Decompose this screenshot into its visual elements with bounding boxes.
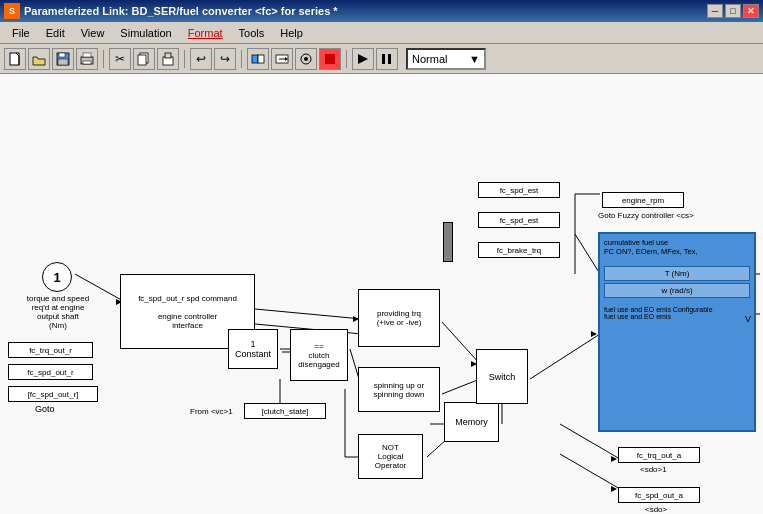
save-button[interactable] — [52, 48, 74, 70]
menu-bar: File Edit View Simulation Format Tools H… — [0, 22, 763, 44]
svg-text:S: S — [9, 6, 15, 16]
pause-button[interactable] — [376, 48, 398, 70]
menu-format[interactable]: Format — [180, 25, 231, 41]
providing-trq-block[interactable]: providing trq(+ive or -ive) — [358, 289, 440, 347]
sdo1-label: <sdo>1 — [640, 465, 667, 474]
svg-point-19 — [304, 57, 308, 61]
fc-spd-est2-block[interactable]: fc_spd_est — [478, 212, 560, 228]
copy-button[interactable] — [133, 48, 155, 70]
torque-label: torque and speedreq'd at engineoutput sh… — [8, 294, 108, 330]
svg-rect-5 — [58, 59, 68, 65]
svg-rect-10 — [138, 55, 146, 65]
svg-rect-12 — [165, 53, 171, 58]
constant-block[interactable]: 1Constant — [228, 329, 278, 369]
svg-line-45 — [560, 454, 620, 489]
toolbar: ✂ ↩ ↪ Normal ▼ — [0, 44, 763, 74]
svg-rect-20 — [325, 54, 335, 64]
goto-label: Goto — [35, 404, 55, 414]
fc-trq-out-a-block[interactable]: fc_trq_out_a — [618, 447, 700, 463]
svg-rect-14 — [258, 55, 264, 63]
svg-rect-8 — [83, 61, 91, 64]
svg-marker-50 — [611, 456, 617, 462]
svg-line-25 — [255, 309, 362, 319]
svg-marker-21 — [358, 54, 368, 64]
menu-file[interactable]: File — [4, 25, 38, 41]
memory-block[interactable]: Memory — [444, 402, 499, 442]
fc-spd-out-r2-block[interactable]: [fc_spd_out_r] — [8, 386, 98, 402]
mux-block-1[interactable] — [443, 222, 453, 262]
svg-rect-23 — [388, 54, 391, 64]
settings-button[interactable] — [295, 48, 317, 70]
undo-button[interactable]: ↩ — [190, 48, 212, 70]
svg-rect-13 — [252, 55, 258, 63]
app-icon: S — [4, 3, 20, 19]
toolbar-separator-3 — [241, 50, 242, 68]
menu-tools[interactable]: Tools — [231, 25, 273, 41]
svg-rect-7 — [83, 53, 91, 57]
engine-rpm-block[interactable]: engine_rpm — [602, 192, 684, 208]
fc-spd-out-a-block[interactable]: fc_spd_out_a — [618, 487, 700, 503]
close-button[interactable]: ✕ — [743, 4, 759, 18]
window-controls: ─ □ ✕ — [707, 4, 759, 18]
paste-button[interactable] — [157, 48, 179, 70]
svg-line-29 — [530, 334, 600, 379]
run-button[interactable] — [352, 48, 374, 70]
svg-line-27 — [442, 322, 480, 364]
svg-marker-49 — [591, 331, 597, 337]
maximize-button[interactable]: □ — [725, 4, 741, 18]
simulation-mode-label: Normal — [412, 53, 469, 65]
switch-block[interactable]: Switch — [476, 349, 528, 404]
fc-spd-est1-block[interactable]: fc_spd_est — [478, 182, 560, 198]
cut-button[interactable]: ✂ — [109, 48, 131, 70]
svg-line-35 — [575, 234, 600, 274]
clutch-state-block[interactable]: [clutch_state] — [244, 403, 326, 419]
print-button[interactable] — [76, 48, 98, 70]
fc-spd-out-r-block[interactable]: fc_spd_out_r — [8, 364, 93, 380]
fuel-converter-block[interactable]: cumulative fuel use FC ON?, EOem, MFex, … — [598, 232, 756, 432]
not-block[interactable]: NOTLogicalOperator — [358, 434, 423, 479]
window-title: Parameterized Link: BD_SER/fuel converte… — [24, 5, 707, 17]
spinning-block[interactable]: spinning up orspinning down — [358, 367, 440, 412]
from-vc-label: From <vc>1 — [190, 407, 233, 416]
sdo2-label: <sdo> — [645, 505, 667, 514]
simulation-mode-dropdown[interactable]: Normal ▼ — [406, 48, 486, 70]
source-block[interactable]: 1 — [42, 262, 72, 292]
dropdown-arrow-icon: ▼ — [469, 53, 480, 65]
canvas-area[interactable]: 1 torque and speedreq'd at engineoutput … — [0, 74, 763, 514]
model-button[interactable] — [271, 48, 293, 70]
new-button[interactable] — [4, 48, 26, 70]
stop-button[interactable] — [319, 48, 341, 70]
menu-help[interactable]: Help — [272, 25, 311, 41]
toggle-button[interactable] — [247, 48, 269, 70]
svg-rect-4 — [59, 53, 65, 57]
goto-fuzzy-label: Goto Fuzzy controller <cs> — [598, 211, 694, 220]
clutch-disengaged-block[interactable]: ==clutchdisengaged — [290, 329, 348, 381]
svg-marker-51 — [611, 486, 617, 492]
menu-simulation[interactable]: Simulation — [112, 25, 179, 41]
fc-brake-trq-block[interactable]: fc_brake_trq — [478, 242, 560, 258]
toolbar-separator-4 — [346, 50, 347, 68]
svg-line-28 — [442, 379, 480, 394]
menu-view[interactable]: View — [73, 25, 113, 41]
toolbar-separator-2 — [184, 50, 185, 68]
menu-edit[interactable]: Edit — [38, 25, 73, 41]
redo-button[interactable]: ↪ — [214, 48, 236, 70]
svg-rect-22 — [382, 54, 385, 64]
open-button[interactable] — [28, 48, 50, 70]
toolbar-separator-1 — [103, 50, 104, 68]
fc-trq-out-r-block[interactable]: fc_trq_out_r — [8, 342, 93, 358]
title-bar: S Parameterized Link: BD_SER/fuel conver… — [0, 0, 763, 22]
minimize-button[interactable]: ─ — [707, 4, 723, 18]
